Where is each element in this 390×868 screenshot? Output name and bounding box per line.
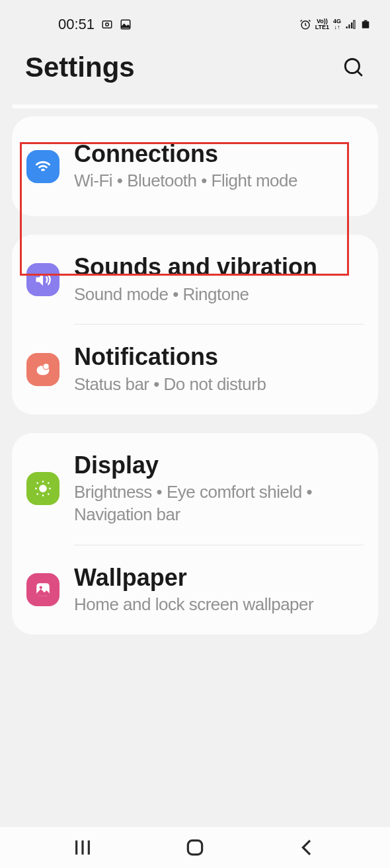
navigation-bar xyxy=(0,827,390,868)
svg-line-11 xyxy=(358,71,362,76)
sound-icon xyxy=(26,263,59,296)
wallpaper-icon xyxy=(26,573,59,606)
card-sounds-notifications: Sounds and vibration Sound mode • Ringto… xyxy=(12,235,378,414)
svg-point-10 xyxy=(345,59,359,73)
item-title: Display xyxy=(74,452,364,479)
card-connections: Connections Wi-Fi • Bluetooth • Flight m… xyxy=(12,116,378,216)
item-sounds[interactable]: Sounds and vibration Sound mode • Ringto… xyxy=(12,235,378,324)
recents-button[interactable] xyxy=(72,837,93,858)
notifications-icon xyxy=(26,353,59,386)
battery-icon xyxy=(361,17,370,32)
svg-rect-8 xyxy=(362,21,370,28)
item-subtitle: Home and lock screen wallpaper xyxy=(74,594,364,616)
status-time: 00:51 xyxy=(58,16,95,33)
svg-line-22 xyxy=(37,494,38,495)
status-left: 00:51 xyxy=(20,16,132,33)
volte-indicator: Vo)) LTE1 xyxy=(315,19,329,30)
header: Settings xyxy=(0,40,390,99)
signal-icon xyxy=(345,19,357,30)
svg-point-14 xyxy=(39,485,47,493)
item-title: Connections xyxy=(74,140,364,167)
item-connections[interactable]: Connections Wi-Fi • Bluetooth • Flight m… xyxy=(12,122,378,211)
svg-rect-7 xyxy=(354,20,355,28)
wifi-icon xyxy=(26,150,59,183)
item-subtitle: Sound mode • Ringtone xyxy=(74,284,364,306)
svg-line-20 xyxy=(48,494,49,495)
home-button[interactable] xyxy=(184,837,206,858)
network-indicator: 4G ↓↑ xyxy=(333,19,341,30)
page-title: Settings xyxy=(25,52,135,83)
svg-rect-4 xyxy=(346,26,348,28)
item-subtitle: Brightness • Eye comfort shield • Naviga… xyxy=(74,481,364,526)
svg-rect-5 xyxy=(348,24,350,28)
back-button[interactable] xyxy=(297,837,318,858)
status-right: Vo)) LTE1 4G ↓↑ xyxy=(299,17,370,32)
svg-point-13 xyxy=(43,364,49,370)
svg-point-1 xyxy=(106,23,109,26)
svg-line-21 xyxy=(48,483,49,484)
item-wallpaper[interactable]: Wallpaper Home and lock screen wallpaper xyxy=(12,545,378,635)
svg-rect-0 xyxy=(102,21,112,28)
item-subtitle: Wi-Fi • Bluetooth • Flight mode xyxy=(74,170,364,192)
item-display[interactable]: Display Brightness • Eye comfort shield … xyxy=(12,433,378,545)
top-card-sliver xyxy=(12,104,378,108)
alarm-icon xyxy=(299,19,311,30)
svg-rect-6 xyxy=(351,22,352,28)
search-icon[interactable] xyxy=(342,56,365,79)
status-bar: 00:51 Vo)) LTE1 4G ↓↑ xyxy=(0,0,390,40)
picture-icon xyxy=(120,19,132,30)
card-display-wallpaper: Display Brightness • Eye comfort shield … xyxy=(12,433,378,635)
item-title: Notifications xyxy=(74,343,364,370)
item-title: Wallpaper xyxy=(74,564,364,591)
svg-line-19 xyxy=(37,483,38,484)
item-title: Sounds and vibration xyxy=(74,253,364,280)
svg-point-24 xyxy=(40,586,42,589)
svg-rect-9 xyxy=(364,20,368,22)
item-notifications[interactable]: Notifications Status bar • Do not distur… xyxy=(12,325,378,414)
display-icon xyxy=(26,472,59,505)
item-subtitle: Status bar • Do not disturb xyxy=(74,374,364,396)
svg-rect-28 xyxy=(188,840,202,854)
clock-icon xyxy=(101,19,113,30)
settings-list: Connections Wi-Fi • Bluetooth • Flight m… xyxy=(0,104,390,635)
